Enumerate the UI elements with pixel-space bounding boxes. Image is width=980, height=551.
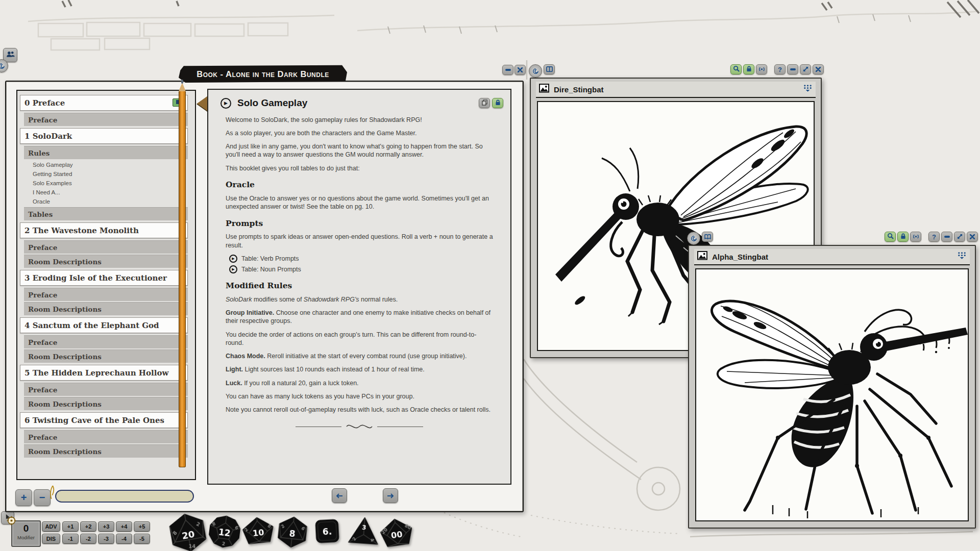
svg-text:8: 8 (289, 528, 296, 539)
toc-section-row[interactable]: Room Descriptions (24, 444, 188, 458)
window-title-banner[interactable]: Book - Alone in the Dark Bundle (179, 65, 347, 83)
minus-2-button[interactable]: -2 (80, 534, 96, 544)
toc-item-row[interactable]: Oracle (17, 197, 195, 206)
help-button[interactable]: ? (928, 232, 940, 242)
toc-section-row[interactable]: Preface (24, 240, 188, 254)
layout-columns-button[interactable] (544, 64, 555, 74)
quill-icon (49, 485, 56, 503)
toc-section-row[interactable]: Preface (24, 430, 188, 443)
pencil-scrollbar[interactable] (179, 91, 186, 467)
lock-button[interactable] (492, 98, 503, 108)
zoom-button[interactable] (730, 64, 742, 74)
toc-section-row[interactable]: Room Descriptions (24, 349, 188, 363)
modifier-label: Modifier (12, 535, 40, 540)
toc-chapter-row[interactable]: 2 The Wavestone Monolith (20, 222, 188, 238)
help-button[interactable]: ? (774, 64, 786, 74)
window-menu-icon[interactable] (957, 252, 967, 261)
svg-text:2: 2 (222, 541, 225, 547)
zoom-out-button[interactable]: − (34, 489, 51, 506)
minus-4-button[interactable]: -4 (116, 534, 132, 544)
page-back-button[interactable] (332, 488, 347, 503)
plus-3-button[interactable]: +3 (98, 521, 114, 532)
toc-chapter-row[interactable]: 4 Sanctum of the Elephant God (20, 317, 188, 333)
window-menu-icon[interactable] (803, 84, 813, 94)
plus-4-button[interactable]: +4 (116, 521, 132, 532)
broadcast-button[interactable] (910, 232, 921, 242)
toc-chapter-row[interactable]: 6 Twisting Cave of the Pale Ones (20, 412, 188, 428)
link-icon[interactable]: ▶ (220, 98, 231, 109)
table-link[interactable]: ▶Table: Verb Prompts (229, 255, 493, 263)
zoom-button[interactable] (885, 232, 896, 242)
toc-item-row[interactable]: Solo Gameplay (17, 160, 195, 169)
toc-label: I Need A... (33, 189, 60, 195)
minimize-button[interactable] (941, 232, 952, 242)
lock-button[interactable] (897, 232, 909, 242)
minus-3-button[interactable]: -3 (98, 534, 114, 544)
toc-chapter-row[interactable]: 1 SoloDark (20, 128, 188, 144)
paragraph: Light. Light sources last 10 rounds each… (226, 365, 493, 374)
table-link[interactable]: ▶Table: Noun Prompts (229, 265, 493, 273)
toc-item-row[interactable]: I Need A... (17, 188, 195, 197)
users-icon (6, 51, 15, 60)
toc-section-row[interactable]: Preface (24, 335, 188, 348)
toc-section-row[interactable]: Preface (24, 113, 188, 126)
close-button[interactable] (967, 232, 978, 242)
toc-chapter-row[interactable]: 5 The Hidden Leprechaun Hollow (20, 365, 188, 381)
toc-item-row[interactable]: Solo Examples (17, 179, 195, 188)
plus-2-button[interactable]: +2 (80, 521, 96, 532)
image-window-alpha-stingbat: ? Alpha_Stingbat (688, 245, 976, 529)
toc-section-row[interactable]: Rules (24, 146, 188, 159)
zoom-in-button[interactable]: + (15, 489, 32, 506)
toc-label: 2 The Wavestone Monolith (24, 226, 139, 235)
broadcast-button[interactable] (756, 64, 767, 74)
svg-text:12: 12 (218, 527, 231, 539)
book-button[interactable] (702, 232, 713, 242)
paragraph: You can have as many luck tokens as you … (226, 392, 493, 401)
minus-1-button[interactable]: -1 (62, 534, 79, 544)
radial-menu-icon[interactable] (529, 64, 542, 78)
lock-button[interactable] (743, 64, 754, 74)
resize-button[interactable] (800, 64, 811, 74)
toc-section-row[interactable]: Preface (24, 288, 188, 301)
die-d6[interactable]: 6. (315, 519, 339, 543)
copy-button[interactable] (479, 98, 490, 108)
columns-icon (546, 65, 553, 74)
disadvantage-button[interactable]: DIS (42, 534, 60, 544)
toc-section-row[interactable]: Tables (24, 207, 188, 220)
minus-5-button[interactable]: -5 (134, 534, 150, 544)
die-d20[interactable]: 20 8 2 14 (165, 510, 210, 551)
die-d8[interactable]: 8 2 6 (276, 515, 309, 549)
minimize-button[interactable] (787, 64, 798, 74)
toc-section-row[interactable]: Room Descriptions (24, 302, 188, 315)
resize-button[interactable] (954, 232, 965, 242)
toc-label: Solo Examples (33, 180, 72, 186)
link-icon: ▶ (229, 255, 237, 263)
section-heading: Modified Rules (226, 281, 493, 290)
svg-text:10: 10 (252, 528, 264, 538)
svg-text:14: 14 (188, 543, 195, 549)
die-d12[interactable]: 12 8 6 2 (206, 513, 242, 549)
die-d100[interactable]: 00 20 80 (378, 516, 415, 551)
toc-section-row[interactable]: Room Descriptions (24, 397, 188, 410)
plus-5-button[interactable]: +5 (134, 521, 150, 532)
toc-section-row[interactable]: Room Descriptions (24, 255, 188, 268)
book-icon (704, 232, 711, 241)
die-d4[interactable]: 3 2 4 (347, 515, 381, 546)
toc-chapter-row[interactable]: 3 Eroding Isle of the Executioner (20, 270, 188, 286)
toc-section-row[interactable]: Preface (24, 383, 188, 396)
stingbat-illustration-alpha[interactable] (695, 268, 969, 521)
advantage-button[interactable]: ADV (42, 521, 60, 532)
targeting-icon[interactable] (7, 516, 16, 528)
search-input[interactable] (55, 490, 194, 503)
page-forward-button[interactable] (383, 488, 398, 503)
title-bar[interactable]: Dire_Stingbat (536, 82, 816, 98)
close-button[interactable] (514, 65, 526, 75)
minimize-button[interactable] (502, 65, 513, 75)
close-button[interactable] (813, 64, 824, 74)
plus-1-button[interactable]: +1 (62, 521, 79, 532)
die-d10[interactable]: 10 2 8 (240, 515, 276, 548)
toc-item-row[interactable]: Getting Started (17, 169, 195, 179)
title-bar[interactable]: Alpha_Stingbat (694, 249, 970, 265)
toc-chapter-row[interactable]: 0 Preface (20, 95, 188, 111)
radial-menu-icon[interactable] (687, 232, 700, 245)
